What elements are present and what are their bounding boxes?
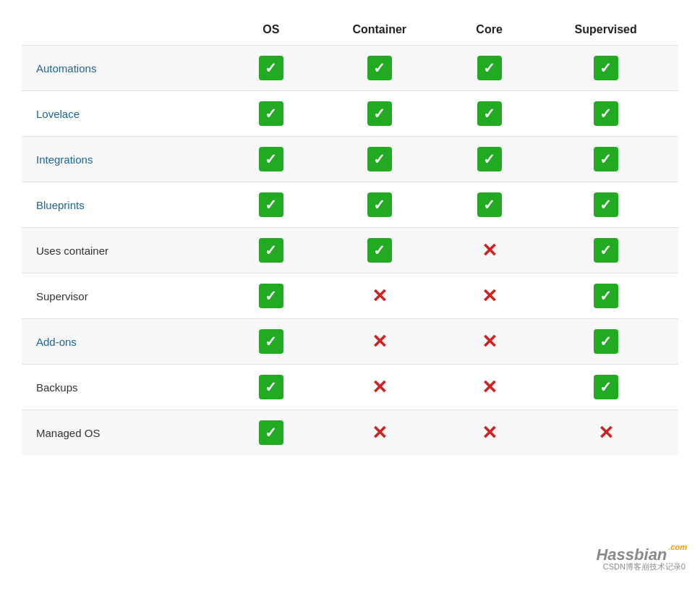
page-wrapper: OS Container Core Supervised Automations… [0, 0, 700, 594]
watermark-com: .com [668, 543, 687, 551]
check-icon [367, 101, 392, 126]
row-os-cell [229, 137, 314, 182]
row-core-cell [445, 137, 533, 182]
cross-icon [477, 420, 502, 445]
row-container-cell [314, 137, 445, 182]
row-core-cell [445, 273, 533, 319]
row-label-link[interactable]: Add-ons [36, 336, 77, 348]
check-icon [367, 56, 392, 80]
cross-icon [477, 284, 502, 308]
row-supervised-cell [533, 273, 678, 319]
row-label-text: Managed OS [22, 410, 229, 456]
row-container-cell [314, 273, 445, 319]
table-row: Managed OS [22, 410, 678, 456]
watermark-csdn: CSDN博客崩技术记录0 [596, 561, 686, 572]
row-label-text: Backups [22, 365, 229, 410]
check-icon [259, 101, 283, 126]
row-label-text: Uses container [22, 228, 229, 273]
row-core-cell [445, 228, 533, 273]
row-label-link[interactable]: Integrations [36, 153, 93, 166]
table-row: Blueprints [22, 182, 678, 228]
col-header-os: OS [229, 14, 314, 46]
row-core-cell [445, 365, 533, 410]
check-icon [259, 56, 283, 80]
row-supervised-cell [533, 182, 678, 228]
row-container-cell [314, 365, 445, 410]
row-label-link[interactable]: Blueprints [36, 199, 85, 211]
row-os-cell [229, 46, 314, 91]
row-supervised-cell [533, 46, 678, 91]
cross-icon [367, 375, 392, 399]
cross-icon [367, 420, 392, 445]
row-container-cell [314, 182, 445, 228]
row-supervised-cell [533, 228, 678, 273]
check-icon [259, 375, 283, 399]
cross-icon [367, 284, 392, 308]
check-icon [594, 329, 618, 354]
cross-icon [477, 329, 502, 354]
row-os-cell [229, 182, 314, 228]
row-label-link[interactable]: Automations [36, 62, 96, 75]
row-supervised-cell [533, 410, 678, 456]
row-container-cell [314, 46, 445, 91]
check-icon [477, 56, 502, 80]
row-label-cell[interactable]: Add-ons [22, 319, 229, 365]
row-os-cell [229, 91, 314, 137]
row-label-cell[interactable]: Automations [22, 46, 229, 91]
col-header-container: Container [314, 14, 445, 46]
table-row: Backups [22, 365, 678, 410]
check-icon [259, 238, 283, 263]
check-icon [259, 329, 283, 354]
cross-icon [367, 329, 392, 354]
row-label-cell[interactable]: Blueprints [22, 182, 229, 228]
check-icon [477, 192, 502, 217]
row-os-cell [229, 410, 314, 456]
table-row: Supervisor [22, 273, 678, 319]
col-header-core: Core [445, 14, 533, 46]
row-container-cell [314, 319, 445, 365]
check-icon [259, 420, 283, 445]
watermark: Hassbian.com CSDN博客崩技术记录0 [596, 546, 686, 572]
row-supervised-cell [533, 365, 678, 410]
table-row: Lovelace [22, 91, 678, 137]
check-icon [594, 284, 618, 308]
table-row: Integrations [22, 137, 678, 182]
check-icon [367, 238, 392, 263]
row-label-text: Supervisor [22, 273, 229, 319]
check-icon [367, 147, 392, 171]
row-core-cell [445, 46, 533, 91]
check-icon [477, 147, 502, 171]
table-row: Automations [22, 46, 678, 91]
row-core-cell [445, 91, 533, 137]
check-icon [594, 238, 618, 263]
check-icon [594, 56, 618, 80]
table-row: Add-ons [22, 319, 678, 365]
row-supervised-cell [533, 91, 678, 137]
cross-icon [594, 420, 618, 445]
check-icon [259, 192, 283, 217]
row-core-cell [445, 410, 533, 456]
row-container-cell [314, 91, 445, 137]
check-icon [594, 147, 618, 171]
row-os-cell [229, 365, 314, 410]
row-container-cell [314, 410, 445, 456]
row-label-cell[interactable]: Integrations [22, 137, 229, 182]
check-icon [594, 101, 618, 126]
comparison-table: OS Container Core Supervised Automations… [22, 14, 678, 455]
col-header-feature [22, 14, 229, 46]
check-icon [367, 192, 392, 217]
row-supervised-cell [533, 137, 678, 182]
row-os-cell [229, 319, 314, 365]
check-icon [594, 375, 618, 399]
check-icon [594, 192, 618, 217]
check-icon [259, 147, 283, 171]
row-core-cell [445, 182, 533, 228]
table-row: Uses container [22, 228, 678, 273]
check-icon [477, 101, 502, 126]
cross-icon [477, 238, 502, 263]
col-header-supervised: Supervised [533, 14, 678, 46]
row-container-cell [314, 228, 445, 273]
row-label-link[interactable]: Lovelace [36, 108, 80, 120]
row-os-cell [229, 228, 314, 273]
row-label-cell[interactable]: Lovelace [22, 91, 229, 137]
